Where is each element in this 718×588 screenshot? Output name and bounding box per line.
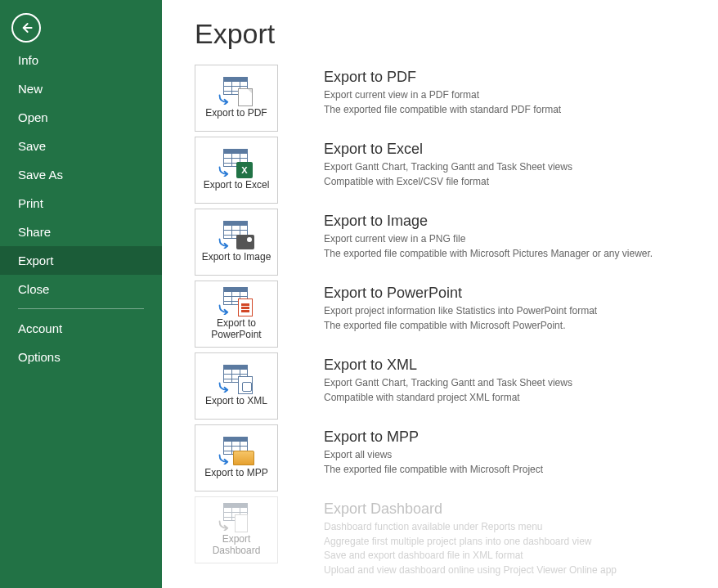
tile-export-mpp[interactable]: Export to MPP <box>195 424 278 491</box>
option-export-pdf: Export to PDF Export to PDF Export curre… <box>195 65 693 132</box>
option-line: The exported file compatible with Micros… <box>324 247 653 261</box>
export-xml-icon <box>218 365 254 394</box>
option-export-image: Export to Image Export to Image Export c… <box>195 209 693 276</box>
nav-info[interactable]: Info <box>0 46 162 74</box>
option-line: The exported file compatible with standa… <box>324 103 561 117</box>
option-title: Export to PowerPoint <box>324 284 597 303</box>
tile-export-pdf[interactable]: Export to PDF <box>195 65 278 132</box>
option-line: Export Gantt Chart, Tracking Gantt and T… <box>324 376 572 390</box>
export-image-icon <box>218 221 254 250</box>
option-detail: Export to PDF Export current view in a P… <box>324 65 561 117</box>
export-excel-icon: X <box>218 149 254 178</box>
option-title: Export Dashboard <box>324 500 617 518</box>
option-title: Export to XML <box>324 356 572 375</box>
nav-print[interactable]: Print <box>0 189 162 218</box>
option-detail: Export to PowerPoint Export project info… <box>324 281 597 333</box>
tile-export-powerpoint[interactable]: Export to PowerPoint <box>195 281 278 348</box>
tile-label: Export to XML <box>205 396 267 407</box>
export-powerpoint-icon <box>218 287 254 316</box>
option-title: Export to PDF <box>324 68 561 87</box>
option-line: Save and export dashboard file in XML fo… <box>324 549 617 563</box>
tile-label: Export to PowerPoint <box>197 318 276 341</box>
option-line: Export all views <box>324 448 543 462</box>
tile-export-dashboard: Export Dashboard <box>195 496 278 563</box>
option-line: The exported file compatible with Micros… <box>324 463 543 477</box>
main-panel: Export Export to PDF Export to PDF Expor… <box>162 0 718 588</box>
export-mpp-icon <box>218 437 254 466</box>
option-line: Export Gantt Chart, Tracking Gantt and T… <box>324 160 572 174</box>
option-line: Compatible with Excel/CSV file format <box>324 175 572 189</box>
option-title: Export to MPP <box>324 428 543 447</box>
option-line: Upload and view dashboard online using P… <box>324 563 617 577</box>
option-export-powerpoint: Export to PowerPoint Export to PowerPoin… <box>195 281 693 348</box>
tile-label: Export to PDF <box>205 108 267 119</box>
option-detail: Export to Image Export current view in a… <box>324 209 653 261</box>
option-line: Aggregate first multiple project plans i… <box>324 535 617 549</box>
option-line: Compatible with standard project XML for… <box>324 391 572 405</box>
tile-export-excel[interactable]: X Export to Excel <box>195 137 278 204</box>
nav-new[interactable]: New <box>0 74 162 103</box>
tile-label: Export to Excel <box>204 180 270 191</box>
option-line: Dashboard function available under Repor… <box>324 520 617 534</box>
option-detail: Export to MPP Export all views The expor… <box>324 424 543 477</box>
tile-export-xml[interactable]: Export to XML <box>195 352 278 420</box>
nav-account[interactable]: Account <box>0 314 162 343</box>
page-title: Export <box>195 18 693 50</box>
option-export-excel: X Export to Excel Export to Excel Export… <box>195 137 693 204</box>
option-detail: Export Dashboard Dashboard function avai… <box>324 496 617 577</box>
nav-close[interactable]: Close <box>0 275 162 303</box>
back-button[interactable] <box>11 13 41 43</box>
tile-label: Export Dashboard <box>197 534 276 557</box>
tile-label: Export to MPP <box>204 468 267 479</box>
tile-export-image[interactable]: Export to Image <box>195 209 278 276</box>
option-detail: Export to XML Export Gantt Chart, Tracki… <box>324 352 572 405</box>
option-line: Export current view in a PDF format <box>324 88 561 102</box>
export-pdf-icon <box>218 77 254 106</box>
nav-export[interactable]: Export <box>0 246 162 275</box>
nav-share[interactable]: Share <box>0 218 162 246</box>
backstage-sidebar: Info New Open Save Save As Print Share E… <box>0 0 162 588</box>
option-export-dashboard: Export Dashboard Export Dashboard Dashbo… <box>195 496 693 577</box>
option-line: The exported file compatible with Micros… <box>324 319 597 333</box>
option-line: Export current view in a PNG file <box>324 232 653 246</box>
tile-label: Export to Image <box>202 252 271 263</box>
option-line: Export project information like Statisti… <box>324 304 597 318</box>
nav-save-as[interactable]: Save As <box>0 160 162 189</box>
option-export-mpp: Export to MPP Export to MPP Export all v… <box>195 424 693 491</box>
back-arrow-icon <box>18 20 34 36</box>
option-title: Export to Image <box>324 212 653 231</box>
nav-open[interactable]: Open <box>0 103 162 132</box>
option-title: Export to Excel <box>324 140 572 159</box>
option-detail: Export to Excel Export Gantt Chart, Trac… <box>324 137 572 189</box>
export-dashboard-icon <box>218 503 254 532</box>
nav-options[interactable]: Options <box>0 343 162 371</box>
option-export-xml: Export to XML Export to XML Export Gantt… <box>195 352 693 420</box>
nav-divider <box>18 308 144 309</box>
nav-save[interactable]: Save <box>0 132 162 160</box>
